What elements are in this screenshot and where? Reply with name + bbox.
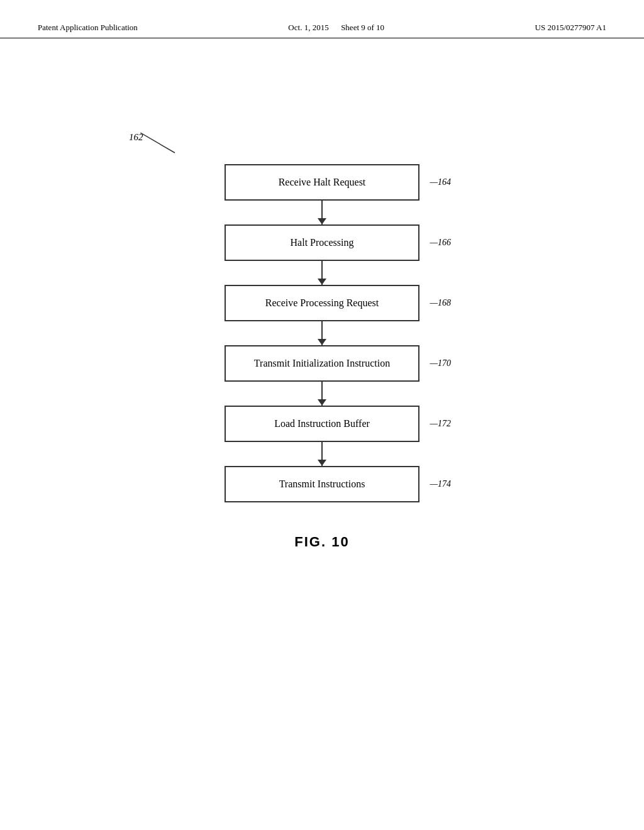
box-168-ref: —168 [430, 298, 451, 308]
box-164-ref: —164 [430, 177, 451, 187]
header-date: Oct. 1, 2015 [288, 23, 328, 32]
diagram-root-label: 162 [129, 131, 143, 143]
box-164-text: Receive Halt Request [271, 172, 374, 193]
box-transmit-instructions: Transmit Instructions —174 [225, 466, 419, 502]
svg-line-0 [140, 133, 175, 153]
box-168-text: Receive Processing Request [258, 292, 386, 314]
box-transmit-initialization-instruction: Transmit Initialization Instruction —170 [225, 345, 419, 382]
header-patent-number: US 2015/0277907 A1 [535, 23, 606, 33]
box-receive-processing-request: Receive Processing Request —168 [225, 285, 419, 321]
box-166-ref: —166 [430, 238, 451, 248]
arrow-164-166 [321, 201, 323, 224]
figure-caption: FIG. 10 [294, 534, 349, 550]
header-center: Oct. 1, 2015 Sheet 9 of 10 [288, 23, 384, 33]
box-halt-processing: Halt Processing —166 [225, 224, 419, 261]
arrow-170-172 [321, 382, 323, 406]
main-content: 162 Receive Halt Request —164 Halt Proce… [0, 38, 644, 818]
header-sheet: Sheet 9 of 10 [341, 23, 384, 32]
header-left-label: Patent Application Publication [38, 23, 138, 33]
box-load-instruction-buffer: Load Instruction Buffer —172 [225, 406, 419, 442]
box-174-ref: —174 [430, 479, 451, 489]
box-receive-halt-request: Receive Halt Request —164 [225, 164, 419, 201]
box-172-text: Load Instruction Buffer [267, 413, 377, 434]
box-172-ref: —172 [430, 419, 451, 429]
arrow-168-170 [321, 321, 323, 345]
page-header: Patent Application Publication Oct. 1, 2… [0, 0, 644, 38]
box-174-text: Transmit Instructions [272, 473, 373, 495]
root-label-arrow [140, 133, 191, 158]
flow-diagram: Receive Halt Request —164 Halt Processin… [225, 164, 419, 502]
arrow-166-168 [321, 261, 323, 285]
box-170-ref: —170 [430, 358, 451, 368]
box-166-text: Halt Processing [283, 232, 362, 253]
box-170-text: Transmit Initialization Instruction [247, 353, 397, 374]
arrow-172-174 [321, 442, 323, 466]
